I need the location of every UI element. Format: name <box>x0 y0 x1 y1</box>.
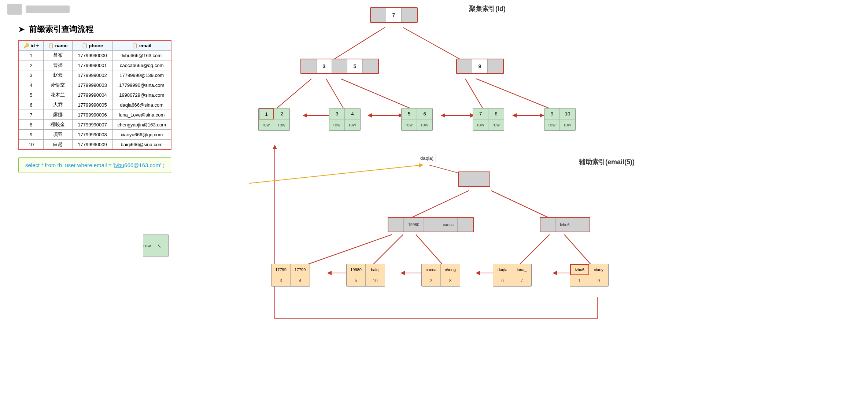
row-box-area: row ↖ <box>143 235 169 256</box>
svg-line-2 <box>275 79 311 110</box>
aux-leaf-3-v1: 6 <box>493 275 512 286</box>
aux-leaf-0-k2: 17799 <box>291 264 310 275</box>
table-row: 4孙悟空1779999000317799990@sina.com <box>19 80 171 90</box>
aux-leaf-4-k1: lvbu6 <box>570 264 589 275</box>
svg-line-6 <box>476 79 553 110</box>
table-cell-0-0: 1 <box>19 51 43 60</box>
table-cell-8-0: 9 <box>19 130 43 140</box>
aux-leaf-0: 17799 17799 3 4 <box>271 264 310 287</box>
table-cell-6-2: 17799990006 <box>72 110 112 120</box>
aux-leaf-0-k1: 17799 <box>272 264 291 275</box>
aux-leaf-2-k2: cheng <box>441 264 460 275</box>
aux-l2-left-c3 <box>458 218 473 232</box>
cluster-leaf-2-row-1: row <box>402 119 417 130</box>
table-cell-2-0: 3 <box>19 70 43 80</box>
cluster-l2-left-node: 3 5 <box>300 59 379 74</box>
svg-line-18 <box>564 235 594 267</box>
table-cell-9-1: 白起 <box>43 140 72 150</box>
svg-line-13 <box>491 191 553 220</box>
table-body: 1吕布17799990000lvbu666@163.com2曹操17799990… <box>19 51 171 150</box>
aux-leaf-1-v2: 10 <box>366 275 385 286</box>
table-cell-4-1: 花木兰 <box>43 90 72 100</box>
table-cell-5-2: 17799990005 <box>72 100 112 110</box>
table-cell-1-2: 17799990001 <box>72 60 112 70</box>
cluster-leaf-2-row-2: row <box>417 119 432 130</box>
table-cell-8-3: xiaoyu666@qq.com <box>112 130 171 140</box>
table-cell-1-3: caocab666@qq.com <box>112 60 171 70</box>
table-cell-4-3: 19980729@sina.com <box>112 90 171 100</box>
table-cell-9-3: baiqi666@sina.com <box>112 140 171 150</box>
daqia-label-box: daqia) <box>418 154 436 162</box>
svg-line-12 <box>407 191 469 220</box>
row-box-label: row <box>143 243 151 248</box>
aux-leaf-4-v1: 1 <box>570 275 589 286</box>
sql-text-before: select * from tb_user where email = ' <box>25 162 114 168</box>
diagrams: 聚集索引(id) 7 3 5 9 1 2 <box>249 0 854 406</box>
table-cell-2-2: 17799990002 <box>72 70 112 80</box>
table-cell-4-2: 17799990004 <box>72 90 112 100</box>
cluster-leaf-3-key-1: 7 <box>473 108 488 119</box>
cluster-leaf-1: 3 4 row row <box>329 108 361 131</box>
aux-leaf-1: 19980 baiqi 5 10 <box>346 264 385 287</box>
aux-leaf-3-v2: 7 <box>512 275 531 286</box>
table-row: 2曹操17799990001caocab666@qq.com <box>19 60 171 70</box>
cluster-leaf-4-key-2: 10 <box>560 108 575 119</box>
table-row: 1吕布17799990000lvbu666@163.com <box>19 51 171 60</box>
aux-root-cell-1 <box>459 172 474 186</box>
table-cell-7-2: 17799990007 <box>72 120 112 130</box>
col-header-name: 📋 name <box>43 41 72 51</box>
aux-root-node <box>458 171 490 187</box>
cluster-l2-right-cell2 <box>488 59 503 73</box>
col-header-phone: 📋 phone <box>72 41 112 51</box>
table-cell-2-3: 17799990@139.com <box>112 70 171 80</box>
table-cell-1-1: 曹操 <box>43 60 72 70</box>
aux-leaf-2-k1: caoca <box>422 264 441 275</box>
cluster-leaf-4-key-1: 9 <box>544 108 560 119</box>
aux-leaf-3: daqia luna_ 6 7 <box>493 264 532 287</box>
table-cell-3-1: 孙悟空 <box>43 80 72 90</box>
table-cell-0-3: lvbu666@163.com <box>112 51 171 60</box>
cluster-l2-left-val2: 5 <box>347 59 363 73</box>
cluster-leaf-3-row-2: row <box>488 119 504 130</box>
cluster-leaf-2-key-2: 6 <box>417 108 432 119</box>
table-cell-7-3: chengyaojin@163.com <box>112 120 171 130</box>
table-cell-3-2: 17799990003 <box>72 80 112 90</box>
data-table: 🔑 id ÷ 📋 name 📋 phone 📋 email 1吕布1779999… <box>18 40 171 150</box>
cluster-l2-left-val1: 3 <box>317 59 332 73</box>
cluster-leaf-3-row-1: row <box>473 119 488 130</box>
aux-leaf-4-k2: xiaoy <box>589 264 608 275</box>
sql-text-after: 666@163.com' ; <box>124 162 164 168</box>
cluster-root-cell-left <box>371 8 386 22</box>
table-cell-8-1: 项羽 <box>43 130 72 140</box>
cluster-leaf-4: 9 10 row row <box>544 108 576 131</box>
aux-l2-right-node: lvbu6 <box>540 217 590 232</box>
aux-l2-left-c1 <box>388 218 404 232</box>
aux-l2-left-c2 <box>424 218 439 232</box>
cluster-leaf-1-row-2: row <box>345 119 360 130</box>
row-box: row ↖ <box>143 235 169 256</box>
svg-line-16 <box>416 235 445 267</box>
cluster-root-node: 7 <box>370 7 418 23</box>
table-cell-7-0: 8 <box>19 120 43 130</box>
cluster-l2-left-cell3 <box>363 59 378 73</box>
table-header-row: 🔑 id ÷ 📋 name 📋 phone 📋 email <box>19 41 171 51</box>
cluster-leaf-0: 1 2 row row <box>258 108 290 131</box>
table-cell-7-1: 程咬金 <box>43 120 72 130</box>
table-cell-9-0: 10 <box>19 140 43 150</box>
col-header-id: 🔑 id ÷ <box>19 41 43 51</box>
table-cell-8-2: 17799990008 <box>72 130 112 140</box>
cluster-leaf-4-row-1: row <box>544 119 560 130</box>
cluster-l2-right-cell1 <box>457 59 472 73</box>
table-cell-3-3: 17799990@sina.com <box>112 80 171 90</box>
cluster-leaf-3: 7 8 row row <box>473 108 504 131</box>
table-row: 7露娜17799990006luna_Love@sina.com <box>19 110 171 120</box>
sql-box: select * from tb_user where email = 'lvb… <box>18 157 171 173</box>
aux-leaf-0-v2: 4 <box>291 275 310 286</box>
cluster-leaf-0-row-1: row <box>259 119 274 130</box>
logo-box <box>7 4 22 15</box>
aux-index-label: 辅助索引(email(5)) <box>579 158 635 166</box>
svg-line-14 <box>299 235 392 267</box>
logo-text <box>26 5 70 13</box>
cluster-leaf-3-key-2: 8 <box>488 108 504 119</box>
cluster-leaf-0-row-2: row <box>274 119 289 130</box>
